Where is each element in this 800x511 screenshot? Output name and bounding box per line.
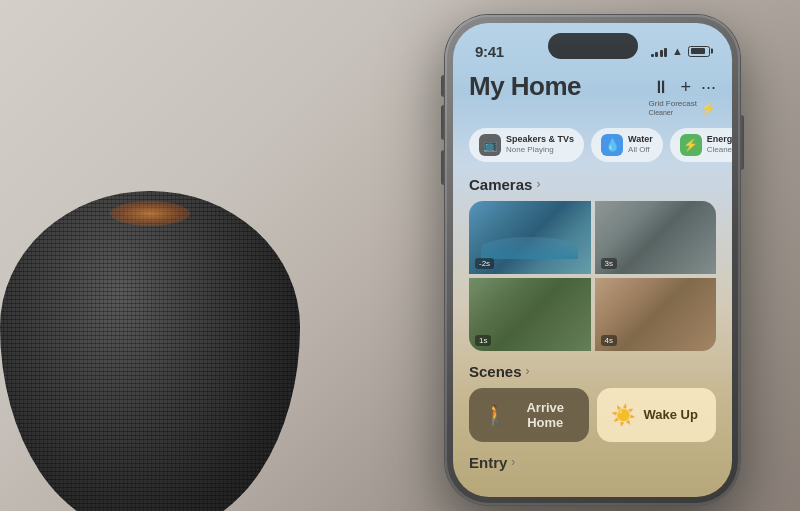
grid-forecast-badge: Grid ForecastCleaner ⚡ [649, 100, 716, 118]
signal-icon [651, 46, 668, 57]
wake-up-icon: ☀️ [611, 403, 636, 427]
side-button[interactable] [740, 115, 744, 170]
camera-cell-driveway[interactable]: 1s [469, 278, 591, 351]
chip-speakers[interactable]: 📺 Speakers & TVs None Playing [469, 128, 584, 162]
app-header: My Home ⏸ + ··· Grid ForecastCleaner ⚡ [469, 67, 716, 118]
camera-cell-gym[interactable]: 3s [595, 201, 717, 274]
entry-title: Entry [469, 454, 507, 471]
iphone-screen: 9:41 ▲ My Ho [453, 23, 732, 497]
camera-timestamp-4: 4s [601, 335, 617, 346]
app-content: My Home ⏸ + ··· Grid ForecastCleaner ⚡ [453, 67, 732, 471]
status-icons: ▲ [651, 45, 710, 57]
camera-grid[interactable]: -2s 3s 1s 4s [469, 201, 716, 351]
volume-down-button[interactable] [441, 150, 445, 185]
chip-energy-title: Energy [707, 134, 732, 145]
voice-icon[interactable]: ⏸ [652, 77, 670, 98]
iphone-frame: 9:41 ▲ My Ho [445, 15, 740, 505]
grid-forecast-label: Grid ForecastCleaner [649, 100, 697, 118]
entry-chevron: › [511, 455, 515, 469]
chip-water-title: Water [628, 134, 653, 145]
cameras-chevron: › [536, 177, 540, 191]
homepod-mesh [0, 191, 300, 511]
battery-fill [691, 48, 705, 54]
arrive-home-button[interactable]: 🚶 Arrive Home [469, 388, 589, 442]
chip-water-icon: 💧 [601, 134, 623, 156]
chip-speakers-title: Speakers & TVs [506, 134, 574, 145]
camera-cell-pool[interactable]: -2s [469, 201, 591, 274]
homepod-glow [110, 201, 190, 226]
lightning-icon: ⚡ [700, 101, 716, 116]
menu-icon[interactable]: ··· [701, 77, 716, 98]
camera-timestamp-1: -2s [475, 258, 494, 269]
silent-switch[interactable] [441, 75, 445, 97]
arrive-home-label: Arrive Home [516, 400, 575, 430]
camera-cell-living[interactable]: 4s [595, 278, 717, 351]
status-time: 9:41 [475, 43, 504, 60]
wake-up-label: Wake Up [644, 407, 698, 422]
chip-energy[interactable]: ⚡ Energy Cleaner [670, 128, 732, 162]
chip-tv-icon: 📺 [479, 134, 501, 156]
homepod-device [0, 51, 360, 511]
header-actions: ⏸ + ··· [652, 71, 716, 98]
arrive-home-icon: 🚶 [483, 403, 508, 427]
homepod-body [0, 191, 300, 511]
camera-timestamp-2: 3s [601, 258, 617, 269]
entry-section-header[interactable]: Entry › [469, 454, 716, 471]
chip-speakers-subtitle: None Playing [506, 145, 574, 155]
add-icon[interactable]: + [680, 77, 691, 98]
battery-icon [688, 46, 710, 57]
volume-up-button[interactable] [441, 105, 445, 140]
scenes-row: 🚶 Arrive Home ☀️ Wake Up [469, 388, 716, 442]
chip-water-subtitle: All Off [628, 145, 653, 155]
chips-row: 📺 Speakers & TVs None Playing 💧 Water Al… [469, 128, 716, 162]
cameras-section-header[interactable]: Cameras › [469, 176, 716, 193]
cameras-title: Cameras [469, 176, 532, 193]
scenes-title: Scenes [469, 363, 522, 380]
wake-up-button[interactable]: ☀️ Wake Up [597, 388, 717, 442]
scenes-section-header[interactable]: Scenes › [469, 363, 716, 380]
iphone-device: 9:41 ▲ My Ho [445, 15, 740, 505]
app-title: My Home [469, 71, 581, 102]
chip-water[interactable]: 💧 Water All Off [591, 128, 663, 162]
chip-energy-subtitle: Cleaner [707, 145, 732, 155]
dynamic-island [548, 33, 638, 59]
camera-timestamp-3: 1s [475, 335, 491, 346]
scenes-chevron: › [526, 364, 530, 378]
chip-energy-icon: ⚡ [680, 134, 702, 156]
wifi-icon: ▲ [672, 45, 683, 57]
